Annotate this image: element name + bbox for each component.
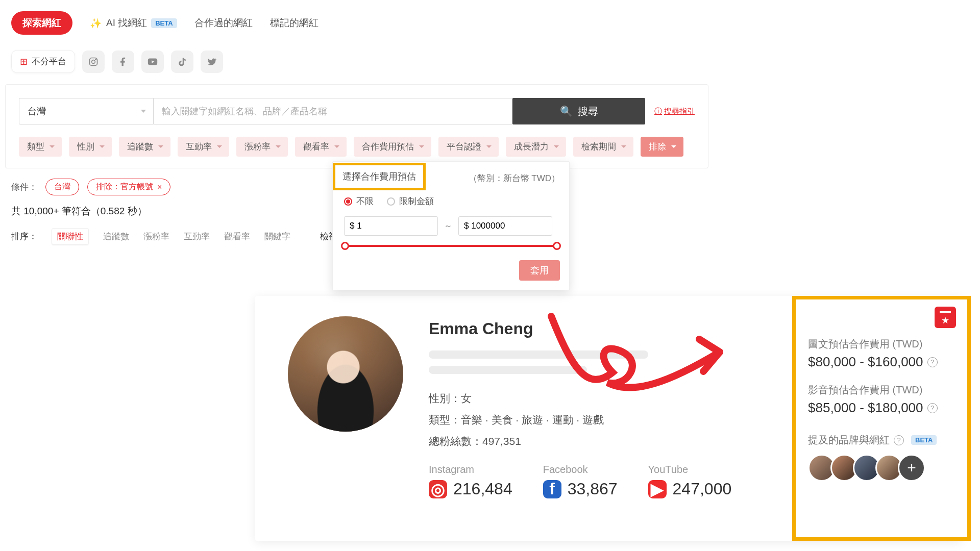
close-icon[interactable]: × [157,183,162,192]
help-icon[interactable]: ? [927,403,938,413]
twitter-icon[interactable] [201,51,223,73]
fee-radio-unlimited-label: 不限 [356,195,374,207]
bookmark-icon[interactable] [935,307,956,328]
sort-label: 排序： [11,231,37,242]
filter-verified[interactable]: 平台認證 [438,137,499,157]
instagram-icon: ◎ [429,480,447,498]
filter-view-rate[interactable]: 觀看率 [295,137,347,157]
beta-badge: BETA [911,435,937,445]
facebook-icon[interactable] [112,51,134,73]
filter-fee[interactable]: 合作費用預估 [354,137,431,157]
more-button[interactable]: + [898,454,925,482]
filter-growth-rate[interactable]: 漲粉率 [236,137,288,157]
fee-max-input[interactable] [458,216,552,236]
slider-handle-min[interactable] [341,242,349,250]
search-guide-link[interactable]: ⓘ 搜尋指引 [654,107,695,116]
sort-relevance[interactable]: 關聯性 [52,228,89,245]
mentions-label: 提及的品牌與網紅 [808,433,890,447]
condition-tag-country-label: 台灣 [54,182,70,192]
chevron-down-icon [217,145,222,148]
chevron-down-icon [671,145,676,148]
info-icon: ⓘ [654,107,662,116]
platform-all-label: 不分平台 [32,56,66,67]
fee-currency-label: （幣別：新台幣 TWD） [469,172,560,184]
filter-followers[interactable]: 追蹤數 [119,137,170,157]
fee-dropdown-title: 選擇合作費用預估 [333,163,426,190]
tab-ai[interactable]: ✨ AI 找網紅 BETA [90,16,177,30]
tab-explore[interactable]: 探索網紅 [11,11,72,35]
stat-facebook-label: Facebook [543,464,618,475]
filter-gender[interactable]: 性別 [69,137,112,157]
chevron-down-icon [50,145,55,148]
profile-category: 類型：音樂 · 美食 · 旅遊 · 運動 · 遊戲 [429,413,715,427]
filter-exclude[interactable]: 排除 [641,137,683,157]
grid-icon: ⊞ [20,56,28,67]
conditions-label: 條件： [11,181,37,193]
tiktok-icon[interactable] [171,51,193,73]
fee-min-input[interactable] [344,216,438,236]
sort-growth[interactable]: 漲粉率 [143,231,169,242]
chevron-down-icon [100,145,105,148]
help-icon[interactable]: ? [894,435,904,445]
chevron-down-icon [334,145,339,148]
profile-name: Emma Cheng [429,319,715,338]
avatar [288,316,403,432]
profile-total-followers: 總粉絲數：497,351 [429,434,715,448]
filter-view-rate-label: 觀看率 [303,141,329,153]
skeleton-line [429,350,648,359]
stat-instagram: Instagram ◎216,484 [429,464,512,498]
chevron-down-icon [158,145,163,148]
tab-cooperated[interactable]: 合作過的網紅 [194,16,253,30]
search-input[interactable] [154,98,512,124]
chevron-down-icon [621,145,626,148]
youtube-icon[interactable] [141,51,164,73]
tilde-icon: ～ [444,221,452,232]
tab-ai-label: AI 找網紅 [106,16,147,30]
fee-radio-limit[interactable]: 限制金額 [387,195,434,207]
stat-youtube-label: YouTube [648,464,732,475]
mentions-row: 提及的品牌與網紅 ? BETA [808,433,955,447]
stat-instagram-label: Instagram [429,464,512,475]
profile-gender: 性別：女 [429,391,715,406]
beta-badge: BETA [151,18,177,28]
filter-type[interactable]: 類型 [19,137,62,157]
filter-type-label: 類型 [27,141,44,153]
condition-tag-exclude[interactable]: 排除：官方帳號× [87,179,170,195]
help-icon[interactable]: ? [927,357,938,367]
tab-tagged[interactable]: 標記的網紅 [270,16,318,30]
condition-tag-country[interactable]: 台灣 [45,179,79,195]
apply-button[interactable]: 套用 [519,260,560,281]
stat-facebook-value: 33,867 [568,480,618,498]
fee-radio-limit-label: 限制金額 [399,195,434,207]
estimate-panel: 圖文預估合作費用 (TWD) $80,000 - $160,000? 影音預估合… [792,296,971,541]
est-text-label: 圖文預估合作費用 (TWD) [808,337,955,351]
search-guide-label: 搜尋指引 [664,107,695,116]
filter-fee-label: 合作費用預估 [362,141,414,153]
search-button[interactable]: 🔍 搜尋 [512,98,645,124]
slider-handle-max[interactable] [553,242,561,250]
filter-search-period[interactable]: 檢索期間 [573,137,633,157]
country-select[interactable]: 台灣 [19,98,154,124]
radio-dot-icon [344,197,352,206]
filter-growth-rate-label: 漲粉率 [244,141,271,153]
sort-view[interactable]: 觀看率 [224,231,250,242]
filter-growth-potential-label: 成長潛力 [514,141,549,153]
filter-growth-potential[interactable]: 成長潛力 [506,137,566,157]
sort-followers[interactable]: 追蹤數 [103,231,129,242]
chevron-down-icon [486,145,492,148]
stat-youtube-value: 247,000 [673,480,732,498]
sort-keyword[interactable]: 關鍵字 [264,231,290,242]
instagram-icon[interactable] [82,51,105,73]
filter-engagement[interactable]: 互動率 [178,137,229,157]
sort-engagement[interactable]: 互動率 [184,231,210,242]
fee-slider[interactable] [333,240,569,256]
search-panel: 台灣 🔍 搜尋 ⓘ 搜尋指引 類型 性別 追蹤數 互動率 漲粉率 觀看率 合作費… [5,84,708,168]
platform-all[interactable]: ⊞ 不分平台 [11,50,75,73]
est-video-value: $85,000 - $180,000 [808,400,923,416]
search-icon: 🔍 [560,105,573,117]
fee-radio-unlimited[interactable]: 不限 [344,195,374,207]
nav-tabs: 探索網紅 ✨ AI 找網紅 BETA 合作過的網紅 標記的網紅 [0,0,980,35]
filter-engagement-label: 互動率 [186,141,212,153]
mention-avatars: + [808,454,955,482]
filter-followers-label: 追蹤數 [127,141,153,153]
